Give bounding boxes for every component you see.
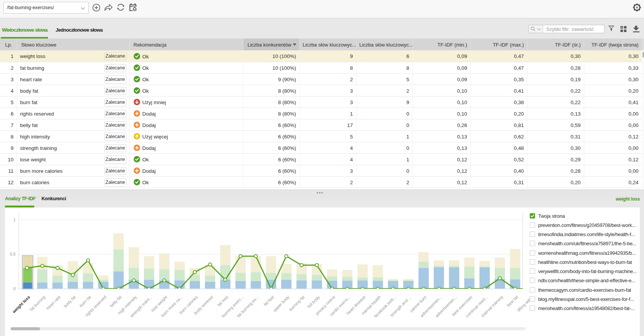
svg-text:best fat: best fat — [506, 294, 519, 307]
svg-text:1: 1 — [13, 217, 16, 222]
svg-text:heart rate: heart rate — [45, 294, 61, 310]
svg-text:0: 0 — [13, 286, 16, 291]
svg-text:full body: full body — [306, 294, 321, 309]
svg-text:fat loss: fat loss — [216, 294, 229, 307]
svg-text:body fat: body fat — [63, 294, 77, 308]
svg-text:0,5: 0,5 — [10, 252, 16, 256]
svg-text:belly fat: belly fat — [109, 294, 122, 308]
svg-text:weight loss: weight loss — [11, 294, 31, 314]
svg-text:burn fat: burn fat — [78, 294, 92, 308]
svg-text:fat fast: fat fast — [263, 294, 275, 307]
svg-text:upper body: upper body — [272, 294, 290, 313]
svg-text:burning fat: burning fat — [288, 294, 305, 312]
svg-text:fat burning: fat burning — [29, 294, 46, 312]
